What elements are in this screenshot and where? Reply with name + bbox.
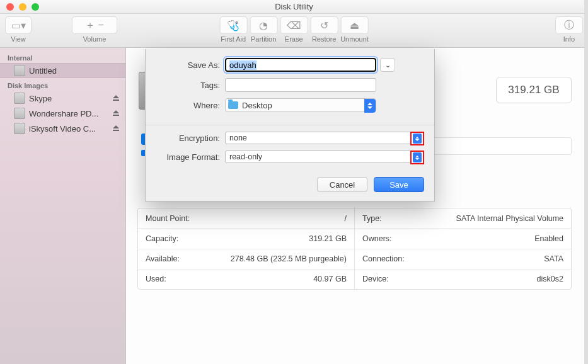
- volume-size-badge: 319.21 GB: [496, 77, 572, 103]
- detail-key: Available:: [146, 254, 180, 263]
- cancel-button[interactable]: Cancel: [317, 177, 367, 192]
- detail-row: Connection:SATA: [355, 249, 571, 270]
- sidebar: Internal Untitled Disk Images Skype Wond…: [0, 48, 126, 364]
- titlebar: Disk Utility: [0, 0, 588, 14]
- detail-key: Type:: [362, 214, 382, 223]
- eject-icon[interactable]: [112, 94, 120, 103]
- stepper-highlight-icon: [410, 151, 424, 164]
- sidebar-item-skype[interactable]: Skype: [0, 91, 125, 106]
- detail-key: Mount Point:: [146, 214, 190, 223]
- detail-row: Available:278.48 GB (232.5 MB purgeable): [138, 249, 354, 270]
- chevron-down-icon: ⌄: [385, 61, 391, 69]
- toolbar-label-volume: Volume: [83, 35, 107, 43]
- detail-row: Capacity:319.21 GB: [138, 229, 354, 249]
- detail-key: Capacity:: [146, 234, 178, 243]
- detail-key: Connection:: [362, 254, 405, 263]
- unmount-button[interactable]: ⏏: [340, 16, 368, 34]
- window-right-edge: [584, 0, 588, 364]
- sidebar-item-label: iSkysoft Video C...: [29, 124, 108, 134]
- where-select[interactable]: Desktop: [225, 98, 376, 112]
- sidebar-item-iskysoft[interactable]: iSkysoft Video C...: [0, 121, 125, 136]
- toolbar-label-unmount: Unmount: [340, 35, 369, 43]
- pie-icon: ◔: [259, 20, 268, 31]
- toolbar-label-restore: Restore: [312, 35, 337, 43]
- detail-value: SATA: [544, 254, 563, 263]
- disk-icon: [14, 123, 25, 134]
- detail-row: Type:SATA Internal Physical Volume: [355, 208, 571, 229]
- window-title: Disk Utility: [0, 2, 588, 11]
- detail-value: 278.48 GB (232.5 MB purgeable): [231, 254, 347, 263]
- detail-row: Owners:Enabled: [355, 229, 571, 249]
- restore-icon: ↺: [320, 20, 328, 31]
- image-format-select[interactable]: read-only: [225, 151, 424, 163]
- eject-icon: ⏏: [350, 20, 359, 31]
- where-label: Where:: [156, 101, 225, 110]
- disk-icon: [14, 108, 25, 119]
- sidebar-item-label: Untitled: [29, 66, 120, 76]
- detail-key: Device:: [362, 275, 389, 283]
- where-select-value: Desktop: [242, 101, 272, 110]
- detail-value: SATA Internal Physical Volume: [456, 214, 563, 223]
- image-format-select-value: read-only: [229, 152, 262, 161]
- detail-row: Mount Point:/: [138, 208, 354, 229]
- detail-value: 40.97 GB: [313, 275, 347, 283]
- list-icon: ▭▾: [11, 20, 26, 31]
- toolbar-label-erase: Erase: [285, 35, 303, 43]
- erase-icon: ⌫: [287, 20, 301, 31]
- image-format-label: Image Format:: [156, 152, 225, 162]
- toolbar: ▭▾ View ＋ − Volume 🩺 First Aid ◔ Partiti…: [0, 14, 588, 48]
- toolbar-label-view: View: [11, 35, 26, 43]
- capacity-bar-tail: [422, 137, 572, 155]
- disk-icon: [14, 65, 25, 76]
- info-button[interactable]: ⓘ: [555, 16, 583, 34]
- sidebar-item-wondershare[interactable]: Wondershare PD...: [0, 106, 125, 121]
- sidebar-item-label: Skype: [29, 94, 108, 103]
- detail-key: Owners:: [362, 234, 392, 243]
- expand-save-panel-button[interactable]: ⌄: [380, 58, 395, 72]
- restore-button[interactable]: ↺: [310, 16, 338, 34]
- save-as-input[interactable]: [225, 58, 376, 72]
- tags-label: Tags:: [156, 81, 225, 90]
- stethoscope-icon: 🩺: [227, 20, 239, 31]
- erase-button[interactable]: ⌫: [280, 16, 308, 34]
- disk-icon: [14, 93, 25, 104]
- sidebar-item-untitled[interactable]: Untitled: [0, 63, 125, 78]
- toolbar-label-info: Info: [563, 35, 575, 43]
- detail-row: Device:disk0s2: [355, 270, 571, 289]
- save-as-label: Save As:: [156, 60, 225, 70]
- plus-minus-icon: ＋ −: [85, 19, 104, 32]
- dialog-separator: [146, 125, 434, 125]
- detail-value: Enabled: [534, 234, 563, 243]
- toolbar-label-firstaid: First Aid: [221, 35, 246, 43]
- encryption-select-value: none: [229, 134, 247, 142]
- detail-key: Used:: [146, 275, 166, 283]
- save-sheet-dialog: Save As: ⌄ Tags: Where: Desktop: [145, 49, 435, 202]
- encryption-select[interactable]: none: [225, 132, 424, 144]
- sidebar-header-diskimages: Disk Images: [0, 78, 125, 91]
- view-button[interactable]: ▭▾: [5, 16, 32, 34]
- detail-value: /: [345, 214, 347, 223]
- volume-details-table: Mount Point:/ Capacity:319.21 GB Availab…: [137, 208, 572, 290]
- stepper-highlight-icon: [410, 132, 424, 145]
- eject-icon[interactable]: [112, 124, 120, 133]
- tags-input[interactable]: [225, 78, 376, 92]
- encryption-label: Encryption:: [156, 134, 225, 143]
- folder-icon: [228, 101, 238, 109]
- info-icon: ⓘ: [564, 19, 574, 32]
- detail-row: Used:40.97 GB: [138, 270, 354, 289]
- stepper-icon: [364, 99, 376, 113]
- eject-icon[interactable]: [112, 109, 120, 118]
- partition-button[interactable]: ◔: [250, 16, 277, 34]
- detail-value: disk0s2: [537, 275, 563, 283]
- save-button[interactable]: Save: [374, 177, 424, 192]
- detail-value: 319.21 GB: [309, 234, 347, 243]
- volume-button[interactable]: ＋ −: [72, 16, 117, 34]
- toolbar-label-partition: Partition: [251, 35, 276, 43]
- sidebar-header-internal: Internal: [0, 50, 125, 63]
- sidebar-item-label: Wondershare PD...: [29, 109, 108, 118]
- first-aid-button[interactable]: 🩺: [219, 16, 247, 34]
